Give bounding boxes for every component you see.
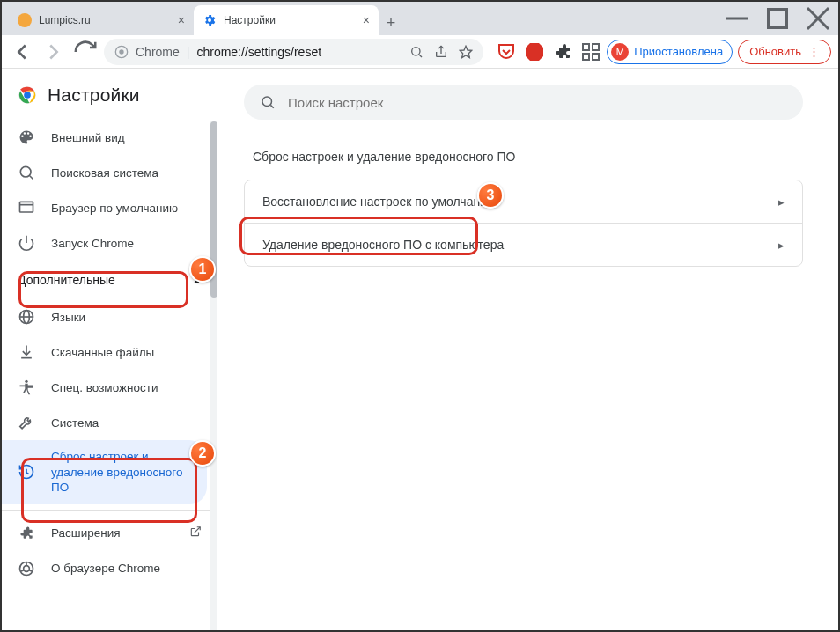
sidebar-item-downloads[interactable]: Скачанные файлы xyxy=(2,334,217,370)
download-icon xyxy=(18,343,35,361)
tab-close-icon[interactable]: × xyxy=(178,13,185,27)
tab-settings[interactable]: Настройки × xyxy=(194,5,379,35)
svg-point-6 xyxy=(412,47,420,55)
browser-icon xyxy=(18,199,35,217)
tab-title: Lumpics.ru xyxy=(39,14,91,26)
sidebar-item-reset[interactable]: Сброс настроек и удаление вредоносного П… xyxy=(2,440,207,504)
chevron-right-icon: ▸ xyxy=(778,195,785,209)
search-icon xyxy=(260,94,276,110)
globe-icon xyxy=(18,308,35,326)
sidebar-item-about[interactable]: О браузере Chrome xyxy=(2,551,217,586)
svg-line-34 xyxy=(270,105,273,107)
chrome-logo-icon xyxy=(18,85,37,105)
svg-point-33 xyxy=(262,97,272,107)
sidebar-item-startup[interactable]: Запуск Chrome xyxy=(2,225,217,261)
power-icon xyxy=(18,234,35,252)
star-icon[interactable] xyxy=(459,45,473,59)
close-button[interactable] xyxy=(798,5,838,32)
svg-rect-19 xyxy=(20,202,33,212)
svg-rect-1 xyxy=(769,10,787,28)
svg-marker-10 xyxy=(526,43,543,61)
svg-line-31 xyxy=(29,570,33,571)
annotation-badge-1: 1 xyxy=(189,256,216,283)
sidebar-item-appearance[interactable]: Внешний вид xyxy=(2,120,217,155)
chevron-right-icon: ▸ xyxy=(778,239,785,252)
wrench-icon xyxy=(18,414,35,431)
sidebar-label: Поисковая система xyxy=(51,166,158,180)
restore-icon xyxy=(18,463,35,481)
search-icon xyxy=(18,164,35,181)
profile-status: Приостановлена xyxy=(634,45,723,58)
sidebar-label: Внешний вид xyxy=(51,131,125,144)
menu-icon: ⋮ xyxy=(808,45,820,58)
chrome-icon xyxy=(18,560,35,577)
row-label: Восстановление настроек по умолчанию xyxy=(262,195,496,209)
forward-button[interactable] xyxy=(41,39,67,65)
svg-marker-9 xyxy=(461,46,472,57)
sidebar-label: Браузер по умолчанию xyxy=(51,202,178,215)
sidebar-item-system[interactable]: Система xyxy=(2,405,217,440)
minimize-button[interactable] xyxy=(717,5,757,32)
chrome-icon xyxy=(114,45,129,59)
update-label: Обновить xyxy=(749,45,801,58)
sidebar-item-default-browser[interactable]: Браузер по умолчанию xyxy=(2,190,217,225)
accessibility-icon xyxy=(18,378,35,396)
titlebar: Lumpics.ru × Настройки × + xyxy=(2,2,838,35)
row-cleanup[interactable]: Удаление вредоносного ПО с компьютера ▸ xyxy=(245,223,802,266)
new-tab-button[interactable]: + xyxy=(379,11,403,35)
sidebar: Настройки Внешний вид Поисковая система … xyxy=(2,69,217,630)
scrollbar[interactable] xyxy=(210,121,217,630)
svg-point-16 xyxy=(24,92,31,99)
sidebar-item-accessibility[interactable]: Спец. возможности xyxy=(2,370,217,405)
back-button[interactable] xyxy=(9,39,35,65)
adblock-icon[interactable] xyxy=(524,41,545,62)
sidebar-label: Расширения xyxy=(51,526,121,540)
search-input[interactable] xyxy=(288,95,787,110)
tab-close-icon[interactable]: × xyxy=(363,13,370,27)
svg-point-26 xyxy=(25,380,27,383)
scheme-label: Chrome xyxy=(136,45,180,59)
settings-search[interactable] xyxy=(244,85,803,120)
annotation-badge-2: 2 xyxy=(189,440,216,467)
reload-button[interactable] xyxy=(72,39,99,65)
svg-point-5 xyxy=(119,49,123,54)
pocket-icon[interactable] xyxy=(496,41,517,62)
svg-line-32 xyxy=(20,570,24,571)
row-restore-defaults[interactable]: Восстановление настроек по умолчанию ▸ xyxy=(245,180,802,223)
extensions-icon[interactable] xyxy=(552,41,573,62)
svg-rect-11 xyxy=(583,44,589,50)
maximize-button[interactable] xyxy=(757,5,798,32)
sidebar-label: Языки xyxy=(51,311,85,324)
section-title: Сброс настроек и удаление вредоносного П… xyxy=(253,150,803,164)
sidebar-label: О браузере Chrome xyxy=(51,562,160,575)
omnibox[interactable]: Chrome | chrome://settings/reset xyxy=(104,39,483,65)
reading-list-icon[interactable] xyxy=(580,41,601,62)
svg-rect-13 xyxy=(593,54,599,60)
main-content: Сброс настроек и удаление вредоносного П… xyxy=(217,69,838,630)
sidebar-label: Запуск Chrome xyxy=(51,237,134,250)
zoom-icon[interactable] xyxy=(409,45,424,59)
sidebar-label: Сброс настроек и удаление вредоносного П… xyxy=(51,449,191,496)
settings-title: Настройки xyxy=(48,85,140,106)
tab-lumpics[interactable]: Lumpics.ru × xyxy=(9,5,194,35)
extension-icon xyxy=(18,525,35,542)
favicon-lumpics xyxy=(18,13,32,27)
palette-icon xyxy=(18,129,35,146)
sidebar-advanced-toggle[interactable]: Дополнительные ▲ xyxy=(2,261,217,299)
sidebar-label: Скачанные файлы xyxy=(51,346,154,359)
tab-title: Настройки xyxy=(224,14,276,26)
svg-point-29 xyxy=(24,565,30,571)
divider xyxy=(2,510,217,511)
gear-icon xyxy=(203,13,217,27)
sidebar-item-search[interactable]: Поисковая система xyxy=(2,155,217,190)
sidebar-item-extensions[interactable]: Расширения xyxy=(2,516,217,551)
sidebar-item-languages[interactable]: Языки xyxy=(2,299,217,334)
url-text: chrome://settings/reset xyxy=(196,45,321,59)
annotation-badge-3: 3 xyxy=(477,182,504,209)
share-icon[interactable] xyxy=(434,45,448,59)
svg-line-7 xyxy=(419,55,422,57)
profile-chip[interactable]: М Приостановлена xyxy=(607,40,733,64)
window-controls xyxy=(717,2,838,35)
separator: | xyxy=(187,45,190,59)
update-button[interactable]: Обновить ⋮ xyxy=(738,40,831,64)
